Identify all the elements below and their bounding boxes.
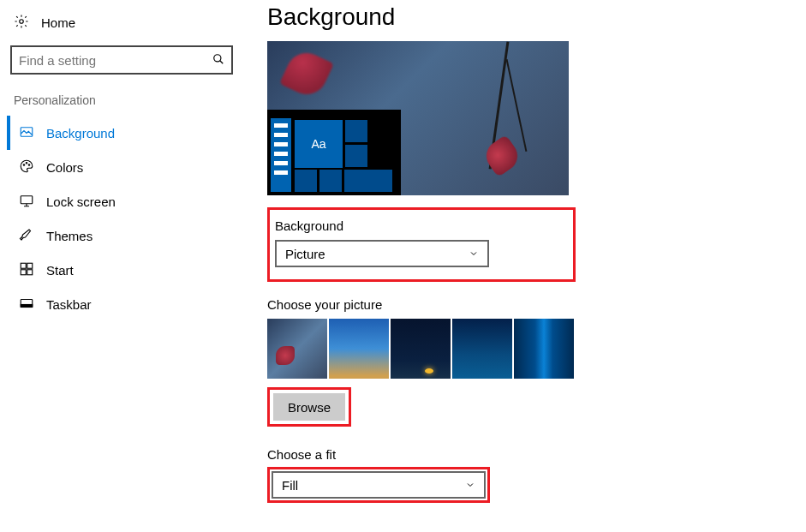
svg-point-0: [20, 20, 24, 24]
background-select-value: Picture: [285, 247, 325, 261]
home-label: Home: [41, 15, 75, 30]
svg-rect-6: [21, 195, 33, 203]
search-field[interactable]: [19, 53, 212, 68]
choose-picture-label: Choose your picture: [267, 297, 806, 312]
background-select[interactable]: Picture: [275, 240, 489, 267]
highlight-browse: Browse: [267, 387, 351, 427]
chevron-down-icon: [469, 247, 479, 261]
svg-rect-7: [21, 263, 26, 268]
sidebar-item-lock-screen[interactable]: Lock screen: [7, 184, 243, 218]
brush-icon: [19, 227, 34, 245]
chevron-down-icon: [465, 478, 475, 493]
sidebar-item-label: Lock screen: [46, 194, 116, 209]
section-title: Personalization: [7, 93, 243, 116]
search-icon: [212, 53, 224, 68]
choose-fit-label: Choose a fit: [267, 447, 806, 462]
sidebar-item-start[interactable]: Start: [7, 253, 243, 287]
sidebar-item-label: Colors: [46, 160, 83, 175]
highlight-choose-fit: Fill: [267, 467, 490, 503]
choose-fit-select[interactable]: Fill: [272, 471, 486, 499]
search-input[interactable]: [10, 45, 233, 75]
svg-rect-10: [27, 269, 33, 274]
background-label: Background: [275, 218, 561, 233]
picture-thumb-5[interactable]: [514, 319, 574, 379]
start-icon: [19, 261, 34, 279]
picture-thumb-1[interactable]: [267, 319, 327, 379]
browse-button[interactable]: Browse: [273, 393, 345, 421]
svg-rect-9: [21, 269, 26, 274]
palette-icon: [19, 158, 34, 176]
svg-point-3: [23, 164, 25, 165]
page-title: Background: [267, 3, 806, 31]
svg-rect-8: [27, 263, 33, 268]
svg-rect-12: [21, 304, 33, 307]
desktop-preview: Aa: [267, 41, 569, 195]
svg-point-5: [28, 164, 30, 165]
sidebar-item-label: Start: [46, 263, 74, 278]
picture-icon: [19, 124, 34, 142]
sidebar-item-label: Taskbar: [46, 297, 92, 312]
picture-thumb-3[interactable]: [391, 319, 451, 379]
picture-thumb-4[interactable]: [452, 319, 512, 379]
sidebar-item-label: Themes: [46, 229, 93, 243]
svg-point-1: [214, 54, 221, 61]
highlight-background-section: Background Picture: [267, 207, 576, 282]
main-content: Background Aa: [257, 0, 806, 503]
sidebar-item-taskbar[interactable]: Taskbar: [7, 287, 243, 321]
svg-point-4: [26, 162, 27, 164]
choose-fit-value: Fill: [282, 478, 298, 493]
taskbar-icon: [19, 296, 34, 314]
picture-thumbnails: [267, 319, 806, 379]
sidebar-item-label: Background: [46, 126, 115, 140]
preview-tile-text: Aa: [295, 120, 343, 168]
picture-thumb-2[interactable]: [329, 319, 389, 379]
sidebar-item-colors[interactable]: Colors: [7, 150, 243, 184]
monitor-icon: [19, 193, 34, 211]
sidebar: Home Personalization Background: [0, 0, 257, 503]
home-button[interactable]: Home: [7, 7, 243, 40]
sidebar-item-themes[interactable]: Themes: [7, 218, 243, 253]
gear-icon: [14, 14, 29, 32]
sidebar-item-background[interactable]: Background: [7, 116, 243, 150]
